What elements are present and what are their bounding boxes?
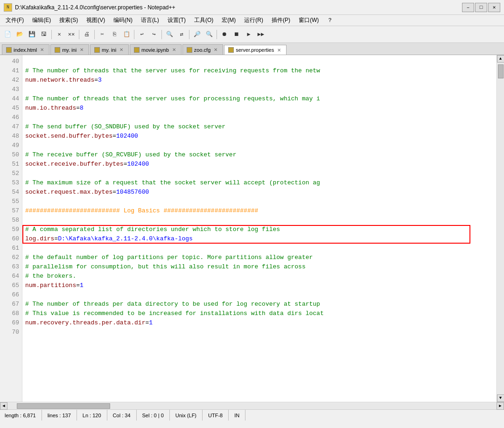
line-number-66: 66 (0, 290, 22, 300)
vertical-scrollbar[interactable]: ▲ ▼ (497, 55, 504, 402)
line-numbers: 4041424344454647484950515253545557585960… (0, 55, 22, 402)
tab-close-0[interactable]: ✕ (39, 47, 45, 53)
menu-item-w[interactable]: 窗口(W) (295, 15, 322, 25)
minimize-button[interactable]: – (462, 3, 474, 12)
scroll-track-v[interactable] (497, 63, 504, 394)
maximize-button[interactable]: □ (475, 3, 487, 12)
zoom-in-button[interactable]: 🔎 (191, 29, 203, 40)
line-number-49: 49 (0, 141, 22, 150)
menu-item-f[interactable]: 文件(F) (2, 15, 28, 25)
line-number-62: 62 (0, 253, 22, 262)
find-button[interactable]: 🔍 (164, 29, 175, 40)
save-all-button[interactable]: 🖫 (38, 29, 49, 40)
tab-zoocfg[interactable]: zoo.cfg✕ (182, 44, 223, 55)
cut-button[interactable]: ✂ (97, 29, 108, 40)
status-sel: Sel : 0 | 0 (137, 410, 170, 421)
code-line-45: num.io.threads=8 (25, 104, 494, 113)
close-button-tb[interactable]: ✕ (54, 29, 65, 40)
zoom-out-button[interactable]: 🔍 (203, 29, 215, 40)
tab-myini[interactable]: my. ini✕ (90, 44, 129, 55)
line-number-48: 48 (0, 132, 22, 141)
line-number-64: 64 (0, 272, 22, 281)
line-number-50: 50 (0, 150, 22, 160)
save-button[interactable]: 💾 (26, 29, 37, 40)
menu-item-v[interactable]: 视图(V) (83, 15, 109, 25)
line-number-67: 67 (0, 300, 22, 309)
line-number-46: 46 (0, 113, 22, 122)
code-line-50: # The receive buffer (SO_RCVBUF) used by… (25, 150, 494, 160)
toolbar-separator-5 (161, 30, 162, 39)
macro-stop-button[interactable]: ⏹ (231, 29, 242, 40)
toolbar-separator-2 (79, 30, 79, 39)
line-number-57: 57 (0, 206, 22, 216)
line-number-68: 68 (0, 309, 22, 318)
undo-button[interactable]: ↩ (136, 29, 147, 40)
code-line-54: socket.request.max.bytes=104857600 (25, 188, 494, 197)
tab-label-1: my. ini (62, 47, 77, 53)
tab-icon-5 (228, 47, 234, 53)
open-file-button[interactable]: 📂 (14, 29, 25, 40)
line-number-69: 69 (0, 318, 22, 328)
menu-item-l[interactable]: 语言(L) (137, 15, 163, 25)
menu-item-r[interactable]: 运行(R) (240, 15, 267, 25)
line-number-60: 60 (0, 234, 22, 244)
scroll-up-arrow[interactable]: ▲ (497, 55, 504, 63)
menu-item-n[interactable]: 编码(N) (110, 15, 136, 25)
tab-indexhtml[interactable]: index.html✕ (2, 44, 49, 55)
code-editor[interactable]: # The number of threads that the server … (22, 55, 497, 402)
tab-close-3[interactable]: ✕ (171, 47, 177, 53)
menu-item-m[interactable]: 宏(M) (218, 15, 239, 25)
menu-item-o[interactable]: 工具(O) (190, 15, 217, 25)
replace-button[interactable]: ⇄ (176, 29, 187, 40)
status-bar: length : 6,871 lines : 137 Ln : 120 Col … (0, 409, 504, 421)
window-title: D:\Kafaka\kafka_2.11-2.4.0\config\server… (15, 4, 462, 11)
scroll-track-h[interactable] (7, 403, 497, 409)
tab-close-5[interactable]: ✕ (276, 47, 282, 53)
tab-icon-2 (94, 47, 100, 53)
toolbar: 📄 📂 💾 🖫 ✕ ✕✕ 🖨 ✂ ⎘ 📋 ↩ ↪ 🔍 ⇄ 🔎 🔍 ⏺ ⏹ ▶ ▶… (0, 26, 504, 43)
menu-item-t[interactable]: 设置(T) (164, 15, 189, 25)
line-number-65: 65 (0, 281, 22, 290)
scroll-right-arrow[interactable]: ▶ (497, 402, 504, 410)
code-line-60: log.dirs=D:\Kafaka\kafka_2.11-2.4.0\kafk… (25, 234, 494, 244)
tab-icon-3 (134, 47, 140, 53)
horizontal-scrollbar[interactable]: ◀ ▶ (0, 402, 504, 409)
tab-icon-1 (55, 47, 60, 53)
macro-record-button[interactable]: ⏺ (219, 29, 230, 40)
macro-play-button[interactable]: ▶ (243, 29, 254, 40)
print-button[interactable]: 🖨 (81, 29, 92, 40)
line-number-55: 55 (0, 197, 22, 206)
line-number-41: 41 (0, 66, 22, 76)
scroll-down-arrow[interactable]: ▼ (497, 394, 504, 402)
tab-label-0: index.html (14, 47, 37, 53)
scroll-thumb-h[interactable] (17, 403, 110, 409)
window-controls: – □ ✕ (462, 3, 500, 12)
app-icon: N (4, 3, 12, 12)
paste-button[interactable]: 📋 (121, 29, 132, 40)
menu-item-p[interactable]: 插件(P) (268, 15, 294, 25)
close-all-button[interactable]: ✕✕ (66, 29, 77, 40)
line-number-61: 61 (0, 244, 22, 253)
tab-close-1[interactable]: ✕ (78, 47, 85, 53)
copy-button[interactable]: ⎘ (109, 29, 120, 40)
menu-item-e[interactable]: 编辑(E) (28, 15, 55, 25)
redo-button[interactable]: ↪ (148, 29, 160, 40)
line-number-40: 40 (0, 57, 22, 66)
tab-myini[interactable]: my. ini✕ (50, 44, 89, 55)
code-line-47: # The send buffer (SO_SNDBUF) used by th… (25, 122, 494, 132)
tab-close-4[interactable]: ✕ (212, 47, 219, 53)
scroll-left-arrow[interactable]: ◀ (0, 402, 7, 410)
tab-movieipynb[interactable]: movie.ipynb✕ (130, 44, 182, 55)
status-col: Col : 34 (107, 410, 137, 421)
status-lines: lines : 137 (42, 410, 77, 421)
new-file-button[interactable]: 📄 (2, 29, 13, 40)
close-button[interactable]: ✕ (488, 3, 500, 12)
run-button[interactable]: ▶▶ (255, 29, 266, 40)
menu-item-[interactable]: ？ (323, 15, 336, 25)
line-number-45: 45 (0, 104, 22, 113)
tab-serverproperties[interactable]: server.properties✕ (224, 45, 287, 55)
menu-item-s[interactable]: 搜索(S) (56, 15, 82, 25)
tab-close-2[interactable]: ✕ (118, 47, 125, 53)
line-number-52: 52 (0, 169, 22, 178)
scroll-thumb-v[interactable] (498, 64, 504, 78)
